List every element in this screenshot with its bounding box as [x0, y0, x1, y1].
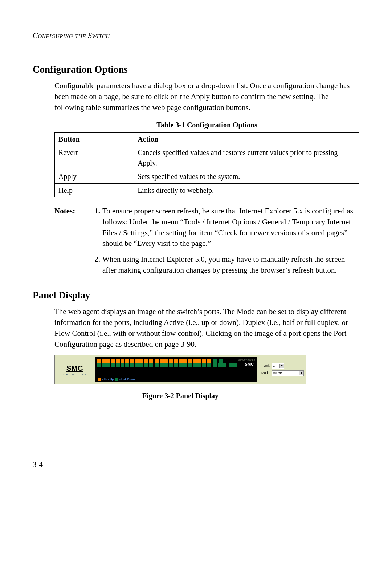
config-options-intro: Configurable parameters have a dialog bo… [54, 81, 359, 113]
port[interactable] [213, 359, 217, 363]
port[interactable] [125, 359, 129, 363]
cell-button: Revert [55, 146, 134, 170]
port[interactable] [169, 359, 173, 363]
port[interactable] [183, 359, 187, 363]
chevron-down-icon: ▼ [279, 364, 284, 368]
port[interactable] [135, 359, 139, 363]
chevron-down-icon: ▼ [299, 371, 303, 375]
port[interactable] [144, 363, 148, 367]
unit-select[interactable]: 1 ▼ [272, 363, 284, 369]
port[interactable] [188, 359, 192, 363]
port[interactable] [149, 363, 153, 367]
section-heading-config-options: Configuration Options [33, 62, 359, 76]
port[interactable] [207, 359, 211, 363]
port[interactable] [130, 363, 134, 367]
switch-model-label: SMC6752AL2 [238, 358, 255, 362]
brand-logo: SMC N e t w o r k s [55, 355, 95, 384]
brand-subtext: N e t w o r k s [63, 373, 87, 376]
port[interactable] [174, 359, 178, 363]
running-header: Configuring the Switch [33, 30, 359, 41]
port[interactable] [197, 359, 201, 363]
port[interactable] [219, 359, 223, 363]
brand-text: SMC [66, 363, 83, 373]
port[interactable] [155, 363, 159, 367]
col-header-action: Action [134, 132, 359, 146]
port[interactable] [139, 363, 143, 367]
port[interactable] [169, 363, 173, 367]
port[interactable] [97, 359, 101, 363]
config-options-table: Button Action Revert Cancels specified v… [54, 132, 359, 197]
port[interactable] [179, 363, 183, 367]
switch-graphic[interactable]: SMC6752AL2 SMC - Link Up - Link Down [95, 357, 257, 382]
port[interactable] [149, 359, 153, 363]
port[interactable] [97, 363, 101, 367]
port[interactable] [193, 359, 197, 363]
mode-label: Mode: [259, 371, 270, 375]
port[interactable] [106, 359, 110, 363]
port[interactable] [116, 359, 120, 363]
legend-link-down: - Link Down [119, 377, 135, 381]
port[interactable] [202, 363, 206, 367]
port[interactable] [202, 359, 206, 363]
port[interactable] [160, 363, 164, 367]
note-text: To ensure proper screen refresh, be sure… [102, 206, 359, 249]
cell-action: Sets specified values to the system. [134, 170, 359, 183]
notes-block: Notes: 1. To ensure proper screen refres… [54, 206, 359, 276]
port[interactable] [160, 359, 164, 363]
port[interactable] [111, 359, 115, 363]
port[interactable] [121, 363, 124, 367]
col-header-button: Button [55, 132, 134, 146]
note-text: When using Internet Explorer 5.0, you ma… [102, 254, 359, 276]
port[interactable] [116, 363, 120, 367]
port[interactable] [155, 359, 159, 363]
port[interactable] [193, 363, 197, 367]
port[interactable] [102, 363, 106, 367]
port[interactable] [130, 359, 134, 363]
port[interactable] [144, 359, 148, 363]
port[interactable] [207, 363, 211, 367]
mode-select[interactable]: Active ▼ [272, 370, 304, 376]
port[interactable] [218, 363, 222, 367]
port[interactable] [188, 363, 192, 367]
link-down-swatch [115, 378, 118, 381]
cell-button: Apply [55, 170, 134, 183]
unit-value: 1 [273, 363, 275, 368]
cell-button: Help [55, 183, 134, 197]
page-number: 3-4 [33, 459, 359, 470]
port-grid[interactable] [97, 359, 237, 367]
port[interactable] [111, 363, 115, 367]
panel-display-figure: SMC N e t w o r k s SMC6752AL2 SMC - Lin… [54, 355, 306, 401]
port[interactable] [213, 363, 217, 367]
port[interactable] [135, 363, 139, 367]
port[interactable] [139, 359, 143, 363]
table-caption: Table 3-1 Configuration Options [54, 120, 359, 130]
note-number: 2. [91, 254, 102, 276]
note-number: 1. [91, 206, 102, 249]
port[interactable] [183, 363, 187, 367]
port[interactable] [229, 363, 233, 367]
port[interactable] [121, 359, 124, 363]
figure-caption: Figure 3-2 Panel Display [54, 391, 306, 401]
table-row: Apply Sets specified values to the syste… [55, 170, 359, 183]
mode-value: Active [273, 371, 282, 375]
cell-action: Links directly to webhelp. [134, 183, 359, 197]
port[interactable] [179, 359, 183, 363]
link-up-swatch [98, 378, 101, 381]
legend-link-up: - Link Up [102, 377, 114, 381]
port[interactable] [174, 363, 178, 367]
port[interactable] [106, 363, 110, 367]
port[interactable] [102, 359, 106, 363]
port[interactable] [164, 363, 168, 367]
port[interactable] [197, 363, 201, 367]
port[interactable] [222, 363, 226, 367]
port[interactable] [164, 359, 168, 363]
unit-label: Unit: [259, 363, 270, 368]
port[interactable] [125, 363, 129, 367]
cell-action: Cancels specified values and restores cu… [134, 146, 359, 170]
notes-label: Notes: [54, 206, 91, 249]
section-heading-panel-display: Panel Display [33, 288, 359, 302]
table-row: Help Links directly to webhelp. [55, 183, 359, 197]
table-row: Revert Cancels specified values and rest… [55, 146, 359, 170]
port[interactable] [233, 363, 237, 367]
panel-display-intro: The web agent displays an image of the s… [54, 306, 359, 350]
